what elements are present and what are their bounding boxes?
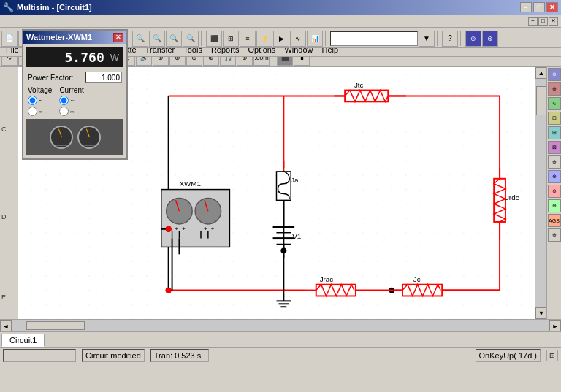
panel-btn-3[interactable]: ∿ [548, 97, 561, 110]
tb-component[interactable]: ⬛ [206, 31, 222, 47]
tab-label: Circuit1 [9, 336, 37, 345]
scroll-right-button[interactable]: ► [549, 320, 561, 332]
svg-text:Jrac: Jrac [320, 275, 334, 283]
tb-help[interactable]: ? [442, 31, 458, 47]
scroll-down-button[interactable]: ▼ [535, 307, 547, 319]
voltage-current-section: Voltage ~ ⎓ Current ~ ⎓ [23, 85, 126, 118]
meter-circle-2 [77, 126, 101, 149]
vertical-scrollbar[interactable]: ▲ ▼ [535, 67, 546, 319]
component-search[interactable] [330, 31, 418, 46]
tb-dropdown[interactable]: ▼ [419, 31, 435, 47]
tb-simulate[interactable]: ⚡ [256, 31, 272, 47]
current-label: Current [59, 86, 83, 94]
voltage-label: Voltage [28, 86, 52, 94]
svg-point-62 [166, 288, 172, 293]
inner-maximize[interactable]: □ [538, 17, 548, 26]
bottom-area: ◄ ► Circuit1 [0, 319, 561, 347]
watt-display-area: 5.760 W [26, 47, 123, 67]
svg-text:+: + [211, 226, 215, 232]
tb-stop[interactable]: ∿ [290, 31, 306, 47]
scroll-track[interactable] [535, 79, 546, 307]
tab-circuit1[interactable]: Circuit1 [1, 334, 45, 347]
h-scroll-track[interactable] [12, 320, 549, 331]
title-bar: 🔧 Multisim - [Circuit1] − □ ✕ [0, 0, 561, 15]
needle-1 [58, 129, 61, 138]
status-tran: Tran: 0.523 s [150, 349, 209, 362]
tb-zoom-in[interactable]: 🔍 [132, 31, 148, 47]
svg-text:XWM1: XWM1 [179, 180, 201, 188]
svg-text:Ja: Ja [291, 176, 299, 184]
right-component-panel: ⊕ ⊕ ∿ ⊡ ⊞ ⊠ ⊕ ⊕ ⊕ ⊕ AGS ⊕ [546, 67, 561, 319]
wattmeter-title-label: Wattmeter-XWM1 [26, 33, 92, 42]
tran-text: Tran: 0.523 s [154, 351, 201, 360]
panel-btn-7[interactable]: ⊕ [548, 155, 561, 169]
sep6 [460, 31, 463, 46]
meter-display-area [26, 119, 123, 155]
status-circuit-modified: Circuit modified [82, 349, 145, 362]
power-factor-row: Power Factor: [23, 70, 126, 85]
watt-value: 5.760 [65, 50, 104, 65]
panel-btn-2[interactable]: ⊕ [548, 82, 561, 96]
panel-btn-5[interactable]: ⊞ [548, 126, 561, 139]
svg-text:V1: V1 [292, 232, 301, 240]
minimize-button[interactable]: − [520, 2, 532, 12]
tb-wire[interactable]: ⊞ [223, 31, 239, 47]
scroll-thumb[interactable] [536, 86, 546, 115]
tb-new[interactable]: 📄 [1, 31, 18, 47]
onkeyup-text: OnKeyUp( 17d ) [479, 351, 537, 360]
tb-zoom-out[interactable]: 🔍 [149, 31, 165, 47]
panel-btn-1[interactable]: ⊕ [548, 68, 561, 81]
svg-text:+: + [175, 226, 179, 232]
panel-btn-6[interactable]: ⊠ [548, 141, 561, 154]
svg-text:Jrdc: Jrdc [505, 193, 519, 201]
tb-extra2[interactable]: ⊗ [482, 31, 498, 47]
tab-bar: Circuit1 [0, 331, 561, 347]
sep5 [437, 31, 440, 46]
scroll-left-button[interactable]: ◄ [0, 320, 12, 332]
inner-close[interactable]: ✕ [549, 17, 558, 26]
svg-text:+: + [182, 226, 186, 232]
status-bar: Circuit modified Tran: 0.523 s OnKeyUp( … [0, 347, 561, 363]
tb-analysis[interactable]: 📊 [307, 31, 323, 47]
tb-zoom-area[interactable]: 🔍 [183, 31, 199, 47]
panel-btn-4[interactable]: ⊡ [548, 112, 561, 125]
wattmeter-close-button[interactable]: ✕ [113, 33, 123, 42]
tb-zoom-fit[interactable]: 🔍 [166, 31, 182, 47]
horizontal-scrollbar: ◄ ► [0, 320, 561, 331]
scale-1 [53, 145, 70, 146]
current-radio-1[interactable]: ~ [59, 96, 83, 105]
ruler-e: E [1, 293, 6, 301]
current-controls: Current ~ ⎓ [59, 86, 83, 116]
voltage-controls: Voltage ~ ⎓ [28, 86, 52, 116]
h-scroll-thumb[interactable] [26, 321, 85, 330]
tb-bus[interactable]: ≡ [240, 31, 256, 47]
tb-run[interactable]: ▶ [273, 31, 289, 47]
wattmeter-dialog: Wattmeter-XWM1 ✕ 5.760 W Power Factor: V… [22, 29, 128, 160]
panel-btn-8[interactable]: ⊕ [548, 170, 561, 183]
svg-rect-18 [494, 179, 505, 222]
tb-extra1[interactable]: ⊕ [465, 31, 481, 47]
scale-2 [80, 145, 98, 146]
sep3 [201, 31, 204, 46]
svg-text:Jc: Jc [413, 275, 421, 283]
panel-btn-12[interactable]: ⊕ [548, 228, 561, 242]
ruler-c: C [1, 126, 7, 133]
close-button[interactable]: ✕ [546, 2, 558, 12]
power-factor-input[interactable] [85, 72, 122, 83]
left-ruler: C D E [0, 67, 18, 319]
panel-btn-9[interactable]: ⊕ [548, 185, 561, 198]
inner-minimize[interactable]: − [528, 17, 538, 26]
svg-text:+: + [204, 226, 207, 232]
panel-btn-11[interactable]: AGS [548, 214, 561, 227]
panel-btn-10[interactable]: ⊕ [548, 199, 561, 212]
voltage-radio-1[interactable]: ~ [28, 96, 52, 105]
maximize-button[interactable]: □ [533, 2, 545, 12]
status-resize-btn[interactable]: ⊞ [546, 350, 558, 361]
needle-2 [85, 129, 89, 138]
voltage-radio-2[interactable]: ⎓ [28, 107, 52, 116]
scroll-up-button[interactable]: ▲ [535, 67, 547, 79]
current-radio-2[interactable]: ⎓ [59, 107, 83, 116]
app-title: Multisim - [Circuit1] [17, 3, 92, 12]
status-onkeyup: OnKeyUp( 17d ) [476, 349, 541, 362]
wattmeter-title-bar: Wattmeter-XWM1 ✕ [23, 31, 126, 44]
